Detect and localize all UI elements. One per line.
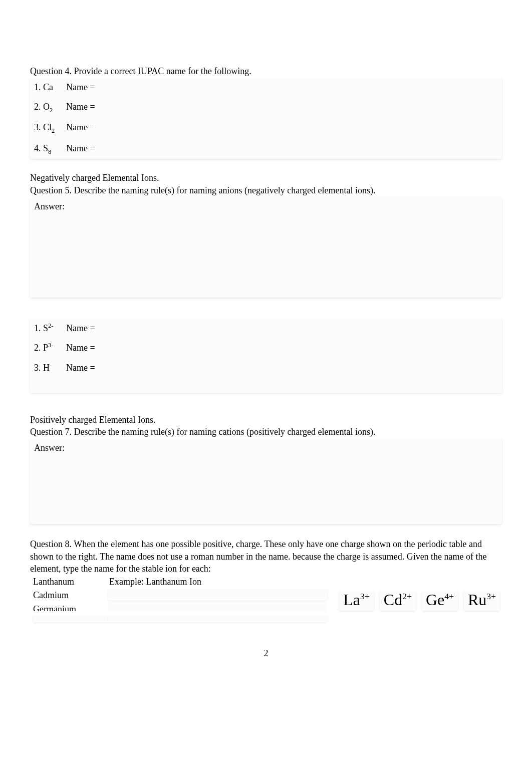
q6-answer-box[interactable]: 1. S2- Name = 2. P3- Name = 3. H- Name =	[30, 319, 502, 393]
q8-extra-input-a[interactable]	[33, 615, 108, 622]
q4-item-4: 4. S8 Name =	[34, 142, 498, 156]
q6-item-2-label: Name =	[66, 342, 95, 354]
q6-item-3-formula: 3. H-	[34, 361, 57, 374]
q8-ion-cd: Cd2+	[380, 591, 416, 611]
q8-ion-la: La3+	[339, 591, 373, 611]
q4-item-3: 3. Cl2 Name =	[34, 121, 498, 135]
q5-prompt: Question 5. Describe the naming rule(s) …	[30, 184, 502, 196]
q8-row-1-example: Example: Lanthanum Ion	[108, 576, 327, 588]
q4-item-4-formula: 4. S8	[34, 142, 57, 156]
q4-item-1-label: Name =	[66, 81, 95, 93]
q8-prompt: Question 8. When the element has one pos…	[30, 538, 502, 575]
page-number: 2	[30, 647, 502, 659]
q8-left-table: Lanthanum Example: Lanthanum Ion Cadmium…	[30, 576, 327, 622]
q8-row-1-name: Lanthanum	[33, 576, 108, 588]
q4-item-1: 1. Ca Name =	[34, 81, 498, 93]
q7-answer-label: Answer:	[34, 442, 498, 454]
q6-item-1-formula: 1. S2-	[34, 322, 57, 334]
q6-item-3: 3. H- Name =	[34, 361, 498, 374]
q6-item-2-formula: 2. P3-	[34, 341, 57, 354]
q4-item-4-label: Name =	[66, 142, 95, 154]
q8-row-3-name: Germanium	[33, 603, 108, 611]
q4-item-2-formula: 2. O2	[34, 101, 57, 115]
q6-item-1: 1. S2- Name =	[34, 322, 498, 334]
anions-heading: Negatively charged Elemental Ions.	[30, 172, 502, 184]
q6-item-3-label: Name =	[66, 362, 95, 374]
q8-row-3-input[interactable]	[108, 602, 327, 612]
cations-heading: Positively charged Elemental Ions.	[30, 414, 502, 426]
q8-row-2-name: Cadmium	[33, 589, 108, 601]
q4-item-2: 2. O2 Name =	[34, 101, 498, 115]
q8-ion-ge: Ge4+	[422, 591, 458, 611]
q6-item-2: 2. P3- Name =	[34, 341, 498, 354]
q7-answer-box[interactable]: Answer:	[30, 439, 502, 524]
q8-extra-input-b[interactable]	[108, 615, 327, 622]
q4-prompt: Question 4. Provide a correct IUPAC name…	[30, 65, 502, 77]
q4-items: 1. Ca Name = 2. O2 Name = 3. Cl2 Name = …	[34, 81, 498, 156]
q5-answer-box[interactable]: Answer:	[30, 197, 502, 298]
q8-row-2-input[interactable]	[108, 590, 327, 601]
q4-item-1-formula: 1. Ca	[34, 81, 57, 93]
q4-item-3-label: Name =	[66, 121, 95, 133]
q8-ion-ru: Ru3+	[464, 591, 500, 611]
q5-answer-label: Answer:	[34, 200, 498, 212]
q4-item-2-label: Name =	[66, 101, 95, 113]
q8-ion-chips: La3+ Cd2+ Ge4+ Ru3+	[339, 576, 502, 611]
q7-prompt: Question 7. Describe the naming rule(s) …	[30, 426, 502, 438]
q6-item-1-label: Name =	[66, 322, 95, 334]
q4-answer-box[interactable]: 1. Ca Name = 2. O2 Name = 3. Cl2 Name = …	[30, 78, 502, 159]
q4-item-3-formula: 3. Cl2	[34, 121, 57, 135]
q6-items: 1. S2- Name = 2. P3- Name = 3. H- Name =	[34, 322, 498, 390]
